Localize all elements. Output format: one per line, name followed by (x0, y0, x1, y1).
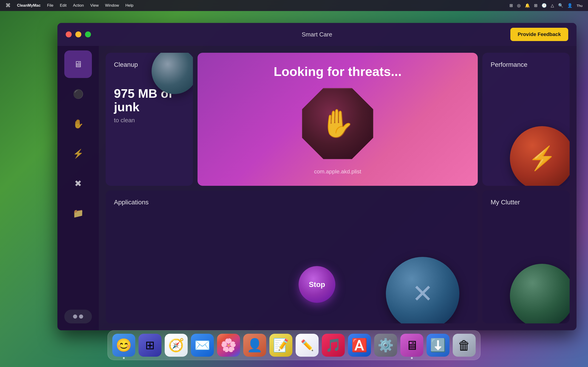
junk-word: junk (114, 100, 139, 114)
dock-photos[interactable]: 🌸 (217, 334, 240, 357)
siri-icon[interactable]: ◎ (517, 3, 521, 8)
mountain-icon[interactable]: △ (551, 3, 554, 8)
sidebar-item-protection[interactable]: ⚫ (64, 80, 92, 108)
sidebar-item-files[interactable]: 📁 (64, 200, 92, 227)
junk-subtitle: to clean (114, 117, 185, 124)
main-grid: Cleanup 975 MB of junk to clean Looking … (99, 46, 577, 330)
cleanmymac-dot (411, 357, 413, 359)
uninstaller-icon: ✖ (74, 178, 82, 189)
contacts-icon: 👤 (247, 338, 263, 353)
dock-launchpad[interactable]: ⊞ (138, 334, 162, 357)
syspreferences-icon: ⚙️ (378, 338, 394, 353)
cleanup-title: Cleanup (114, 61, 138, 68)
menu-view[interactable]: View (90, 3, 99, 8)
dock: 😊 ⊞ 🧭 ✉️ 🌸 👤 📝 ✏️ 🎵 🅰️ ⚙️ 🖥 ⬇️ 🗑 (107, 330, 481, 360)
performance-card[interactable]: Performance ⚡ (482, 53, 570, 186)
applications-title: Applications (114, 199, 149, 206)
dock-music[interactable]: 🎵 (322, 334, 345, 357)
close-button[interactable] (66, 31, 72, 37)
menu-file[interactable]: File (47, 3, 53, 8)
threats-filename: com.apple.akd.plist (314, 168, 361, 175)
menu-action[interactable]: Action (73, 3, 84, 8)
date-time: Thu (577, 4, 582, 8)
x-delete-icon: ✕ (412, 279, 433, 308)
bolt-icon: ⚡ (528, 145, 556, 172)
sidebar-dot-left (73, 315, 77, 319)
dock-contacts[interactable]: 👤 (243, 334, 266, 357)
applications-orb: ✕ (386, 257, 459, 323)
performance-orb: ⚡ (510, 126, 570, 186)
search-icon[interactable]: 🔍 (558, 3, 563, 8)
notification-icon[interactable]: 🔔 (525, 3, 530, 8)
smartcare-icon: 🖥 (74, 59, 82, 69)
dock-notes[interactable]: 📝 (269, 334, 292, 357)
clutter-card[interactable]: My Clutter (482, 190, 570, 323)
folder-icon: 📁 (73, 208, 84, 218)
dock-mail[interactable]: ✉️ (191, 334, 214, 357)
menu-help[interactable]: Help (125, 3, 133, 8)
menu-app-name[interactable]: CleanMyMac (17, 3, 41, 8)
dock-appstore[interactable]: 🅰️ (348, 334, 371, 357)
provide-feedback-button[interactable]: Provide Feedback (510, 28, 568, 41)
threats-title: Looking for threats... (274, 64, 402, 79)
mail-icon: ✉️ (194, 338, 210, 353)
sidebar-item-speedup[interactable]: ⚡ (64, 140, 92, 167)
protection-icon: ⚫ (73, 89, 84, 99)
cleanmymac-icon: 🖥 (405, 338, 418, 353)
fullscreen-button[interactable] (85, 31, 91, 37)
dock-trash[interactable]: 🗑 (453, 334, 476, 357)
apple-menu[interactable]: ⌘ (6, 2, 10, 8)
notes-icon: 📝 (273, 338, 289, 353)
downloader-icon: ⬇️ (430, 338, 446, 353)
traffic-lights (66, 31, 91, 37)
titlebar: Smart Care Provide Feedback (57, 23, 577, 46)
menu-window[interactable]: Window (105, 3, 119, 8)
music-icon: 🎵 (325, 338, 341, 353)
sidebar-item-uninstaller[interactable]: ✖ (64, 170, 92, 197)
control-center-icon[interactable]: ⊞ (510, 3, 513, 8)
dock-cleanmymac[interactable]: 🖥 (400, 334, 423, 357)
hand-stop-icon: ✋ (73, 119, 84, 129)
threats-icon-container: ✋ (299, 88, 377, 159)
clutter-title: My Clutter (491, 199, 520, 206)
applications-card[interactable]: Applications ✕ (106, 190, 478, 323)
performance-title: Performance (491, 61, 527, 68)
freeform-icon: ✏️ (301, 339, 314, 351)
finder-icon: 😊 (116, 338, 132, 353)
sidebar-item-privacy[interactable]: ✋ (64, 110, 92, 138)
launchpad-icon: ⊞ (145, 339, 155, 352)
menu-edit[interactable]: Edit (60, 3, 66, 8)
person-icon[interactable]: 👤 (567, 3, 572, 8)
sidebar: 🖥 ⚫ ✋ ⚡ ✖ 📁 (57, 46, 99, 330)
minimize-button[interactable] (75, 31, 81, 37)
sidebar-toggle[interactable] (64, 310, 92, 323)
threats-card: Looking for threats... ✋ com.apple.akd.p… (198, 53, 478, 186)
safari-icon: 🧭 (168, 338, 184, 353)
stop-hand-icon: ✋ (320, 107, 355, 140)
grid-icon[interactable]: ⊞ (534, 3, 537, 8)
dock-freeform[interactable]: ✏️ (296, 334, 319, 357)
dock-system-preferences[interactable]: ⚙️ (374, 334, 397, 357)
menubar-right: ⊞ ◎ 🔔 ⊞ 🕐 △ 🔍 👤 Thu (510, 3, 582, 8)
sidebar-dot-right (79, 315, 83, 319)
appstore-icon: 🅰️ (351, 338, 367, 353)
dock-downloader[interactable]: ⬇️ (426, 334, 450, 357)
cleanup-card[interactable]: Cleanup 975 MB of junk to clean (106, 53, 193, 186)
stop-button[interactable]: Stop (299, 266, 335, 303)
clock-icon[interactable]: 🕐 (542, 3, 547, 8)
photos-icon: 🌸 (221, 338, 237, 353)
finder-dot (123, 357, 125, 359)
clutter-orb (510, 264, 570, 323)
dock-finder[interactable]: 😊 (112, 334, 135, 357)
trash-icon: 🗑 (458, 338, 471, 353)
dock-safari[interactable]: 🧭 (165, 334, 188, 357)
threats-octagon: ✋ (302, 88, 373, 159)
window-title: Smart Care (302, 31, 332, 38)
sidebar-item-smartcare[interactable]: 🖥 (64, 50, 92, 78)
lightning-icon: ⚡ (73, 149, 84, 159)
menubar-left: ⌘ CleanMyMac File Edit Action View Windo… (6, 2, 133, 8)
app-window: Smart Care Provide Feedback 🖥 ⚫ ✋ ⚡ ✖ 📁 (57, 23, 577, 330)
menubar: ⌘ CleanMyMac File Edit Action View Windo… (0, 0, 588, 11)
